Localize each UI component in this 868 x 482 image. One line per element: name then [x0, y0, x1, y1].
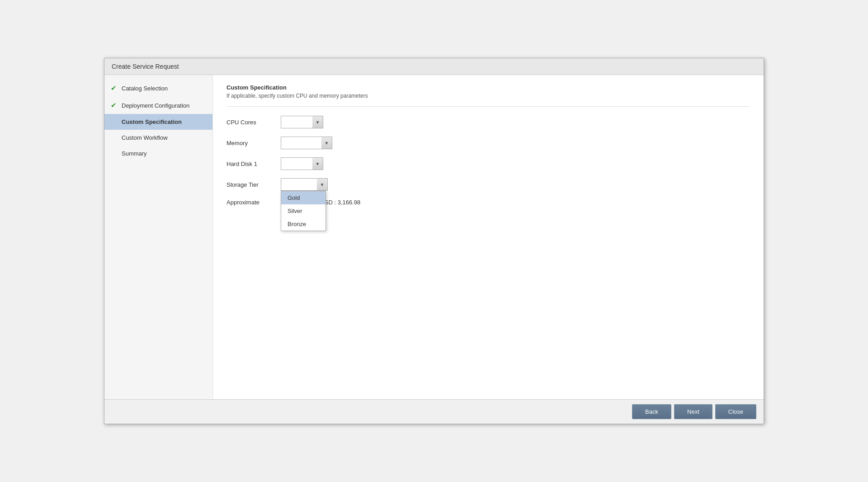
section-divider — [226, 106, 750, 107]
dialog-body: ✔ Catalog Selection ✔ Deployment Configu… — [104, 75, 764, 399]
memory-dropdown[interactable]: 512.0 MB ▼ — [281, 137, 332, 149]
hard-disk-dropdown-btn[interactable]: ▼ — [312, 157, 323, 170]
create-service-request-dialog: Create Service Request ✔ Catalog Selecti… — [104, 58, 764, 424]
cpu-cores-dropdown-btn[interactable]: ▼ — [312, 116, 323, 128]
hard-disk-dropdown[interactable]: 5 GB ▼ — [281, 157, 323, 170]
memory-dropdown-btn[interactable]: ▼ — [321, 137, 332, 149]
storage-tier-dropdown-btn[interactable]: ▼ — [317, 178, 328, 191]
sidebar-item-custom-workflow[interactable]: Custom Workflow — [104, 130, 212, 146]
section-title: Custom Specification — [226, 84, 750, 91]
sidebar-label-catalog-selection: Catalog Selection — [122, 85, 168, 92]
sidebar: ✔ Catalog Selection ✔ Deployment Configu… — [104, 75, 213, 399]
next-button[interactable]: Next — [674, 404, 712, 419]
cpu-cores-label: CPU Cores — [226, 119, 281, 126]
storage-tier-row: Storage Tier Gold ▼ Gold Silver Bronze — [226, 178, 750, 191]
approximate-label: Approximate — [226, 199, 281, 206]
memory-label: Memory — [226, 140, 281, 146]
sidebar-label-custom-specification: Custom Specification — [122, 118, 182, 125]
sidebar-item-deployment-configuration[interactable]: ✔ Deployment Configuration — [104, 97, 212, 114]
chevron-down-icon-disk: ▼ — [316, 161, 320, 166]
main-content: Custom Specification If applicable, spec… — [213, 75, 764, 399]
storage-option-bronze[interactable]: Bronze — [281, 217, 326, 231]
check-icon-catalog: ✔ — [111, 84, 119, 92]
sidebar-item-summary[interactable]: Summary — [104, 146, 212, 161]
sidebar-label-summary: Summary — [122, 150, 147, 157]
hard-disk-row: Hard Disk 1 5 GB ▼ — [226, 157, 750, 170]
dialog-footer: Back Next Close — [104, 399, 764, 424]
sidebar-label-deployment-configuration: Deployment Configuration — [122, 102, 189, 109]
chevron-down-icon-memory: ▼ — [325, 141, 329, 146]
cpu-cores-dropdown[interactable]: 1 ▼ — [281, 116, 323, 128]
close-button[interactable]: Close — [715, 404, 756, 419]
dialog-title: Create Service Request — [104, 58, 764, 75]
dialog-title-text: Create Service Request — [112, 63, 179, 70]
storage-tier-dropdown-container: Gold ▼ Gold Silver Bronze — [281, 178, 328, 191]
sidebar-item-catalog-selection[interactable]: ✔ Catalog Selection — [104, 80, 212, 97]
storage-tier-input[interactable]: Gold — [281, 178, 317, 191]
back-button[interactable]: Back — [632, 404, 671, 419]
storage-option-gold[interactable]: Gold — [281, 191, 326, 204]
storage-option-silver[interactable]: Silver — [281, 204, 326, 217]
chevron-down-icon: ▼ — [316, 120, 320, 125]
chevron-down-icon-storage: ▼ — [320, 182, 325, 187]
section-subtitle: If applicable, specify custom CPU and me… — [226, 93, 750, 99]
hard-disk-input[interactable]: 5 GB — [281, 157, 312, 170]
memory-input[interactable]: 512.0 MB — [281, 137, 321, 149]
hard-disk-label: Hard Disk 1 — [226, 161, 281, 167]
storage-tier-dropdown[interactable]: Gold ▼ — [281, 178, 328, 191]
cpu-cores-row: CPU Cores 1 ▼ — [226, 116, 750, 128]
storage-tier-label: Storage Tier — [226, 181, 281, 188]
check-icon-deployment: ✔ — [111, 101, 119, 109]
memory-row: Memory 512.0 MB ▼ — [226, 137, 750, 149]
sidebar-label-custom-workflow: Custom Workflow — [122, 134, 168, 141]
sidebar-item-custom-specification[interactable]: Custom Specification — [104, 114, 212, 130]
storage-tier-popup: Gold Silver Bronze — [281, 191, 326, 231]
cpu-cores-input[interactable]: 1 — [281, 116, 312, 128]
